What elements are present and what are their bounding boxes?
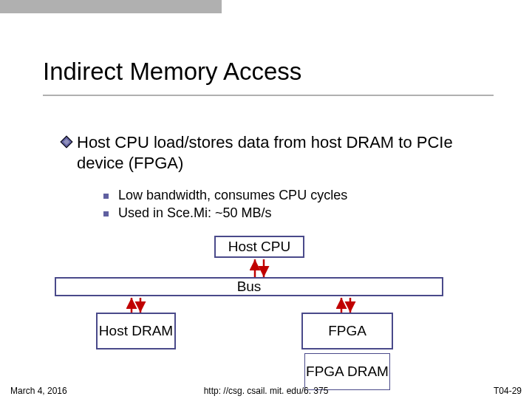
- diagram-box-bus: Bus: [55, 277, 443, 296]
- diagram-box-fpga-dram: FPGA DRAM: [304, 353, 390, 390]
- slide-title: Indirect Memory Access: [43, 58, 301, 86]
- main-bullet-text: Host CPU load/stores data from host DRAM…: [77, 132, 491, 173]
- decorative-top-bar: [0, 0, 222, 13]
- diamond-bullet-icon: [61, 136, 73, 149]
- sub-bullet-text: Used in Sce.Mi: ~50 MB/s: [118, 205, 272, 221]
- footer-url: http: //csg. csail. mit. edu/6. 375: [0, 386, 532, 396]
- diagram-box-fpga: FPGA: [301, 313, 393, 349]
- square-bullet-icon: [103, 194, 109, 199]
- diagram-box-host-dram: Host DRAM: [96, 313, 176, 349]
- footer-slide-number: T04-29: [494, 386, 522, 396]
- square-bullet-icon: [103, 211, 109, 216]
- diagram-box-host-cpu: Host CPU: [214, 236, 304, 258]
- title-underline: [43, 95, 494, 96]
- sub-bullet-text: Low bandwidth, consumes CPU cycles: [118, 188, 347, 203]
